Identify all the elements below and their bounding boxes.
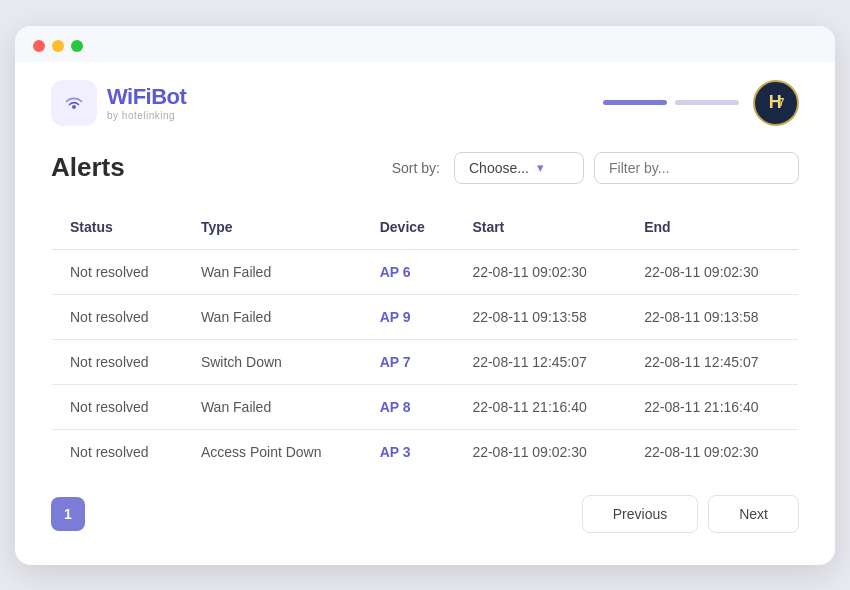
logo-icon bbox=[51, 80, 97, 126]
page-number-1[interactable]: 1 bbox=[51, 497, 85, 531]
cell-start: 22-08-11 09:02:30 bbox=[454, 249, 626, 294]
minimize-dot[interactable] bbox=[52, 40, 64, 52]
cell-end: 22-08-11 09:13:58 bbox=[626, 294, 798, 339]
cell-device[interactable]: AP 3 bbox=[362, 429, 455, 474]
next-button[interactable]: Next bbox=[708, 495, 799, 533]
sort-select[interactable]: Choose... ▾ bbox=[454, 152, 584, 184]
cell-status: Not resolved bbox=[52, 339, 183, 384]
logo-area: WiFiBot by hotelinking bbox=[51, 80, 186, 126]
cell-start: 22-08-11 12:45:07 bbox=[454, 339, 626, 384]
col-type: Type bbox=[183, 204, 362, 249]
cell-type: Wan Failed bbox=[183, 384, 362, 429]
table-header-row: Status Type Device Start End bbox=[52, 204, 799, 249]
table-row: Not resolved Wan Failed AP 8 22-08-11 21… bbox=[52, 384, 799, 429]
pagination-row: 1 Previous Next bbox=[51, 495, 799, 533]
cell-device[interactable]: AP 9 bbox=[362, 294, 455, 339]
maximize-dot[interactable] bbox=[71, 40, 83, 52]
app-window: WiFiBot by hotelinking H 7 Alerts Sort b… bbox=[15, 26, 835, 565]
content: Alerts Sort by: Choose... ▾ Status Type … bbox=[15, 136, 835, 533]
logo-name: WiFiBot bbox=[107, 84, 186, 110]
page-title-row: Alerts Sort by: Choose... ▾ bbox=[51, 152, 799, 184]
sort-select-value: Choose... bbox=[469, 160, 529, 176]
pagination-buttons: Previous Next bbox=[582, 495, 799, 533]
filter-input[interactable] bbox=[594, 152, 799, 184]
sort-label: Sort by: bbox=[392, 160, 440, 176]
cell-device[interactable]: AP 6 bbox=[362, 249, 455, 294]
logo-sub: by hotelinking bbox=[107, 110, 186, 121]
cell-type: Switch Down bbox=[183, 339, 362, 384]
page-title: Alerts bbox=[51, 152, 125, 183]
table-row: Not resolved Wan Failed AP 9 22-08-11 09… bbox=[52, 294, 799, 339]
avatar-subtitle: 7 bbox=[779, 97, 784, 108]
table-row: Not resolved Wan Failed AP 6 22-08-11 09… bbox=[52, 249, 799, 294]
previous-button[interactable]: Previous bbox=[582, 495, 698, 533]
cell-end: 22-08-11 12:45:07 bbox=[626, 339, 798, 384]
cell-status: Not resolved bbox=[52, 429, 183, 474]
col-device: Device bbox=[362, 204, 455, 249]
table-row: Not resolved Access Point Down AP 3 22-0… bbox=[52, 429, 799, 474]
cell-start: 22-08-11 21:16:40 bbox=[454, 384, 626, 429]
chevron-down-icon: ▾ bbox=[537, 160, 544, 175]
col-end: End bbox=[626, 204, 798, 249]
cell-status: Not resolved bbox=[52, 294, 183, 339]
cell-status: Not resolved bbox=[52, 249, 183, 294]
cell-end: 22-08-11 21:16:40 bbox=[626, 384, 798, 429]
cell-type: Wan Failed bbox=[183, 249, 362, 294]
cell-end: 22-08-11 09:02:30 bbox=[626, 429, 798, 474]
sort-filter-row: Sort by: Choose... ▾ bbox=[392, 152, 799, 184]
cell-device[interactable]: AP 8 bbox=[362, 384, 455, 429]
cell-type: Wan Failed bbox=[183, 294, 362, 339]
table-body: Not resolved Wan Failed AP 6 22-08-11 09… bbox=[52, 249, 799, 474]
progress-bar-active bbox=[603, 100, 667, 105]
col-status: Status bbox=[52, 204, 183, 249]
cell-start: 22-08-11 09:02:30 bbox=[454, 429, 626, 474]
logo-text: WiFiBot by hotelinking bbox=[107, 84, 186, 121]
cell-end: 22-08-11 09:02:30 bbox=[626, 249, 798, 294]
alerts-table: Status Type Device Start End Not resolve… bbox=[51, 204, 799, 475]
cell-device[interactable]: AP 7 bbox=[362, 339, 455, 384]
titlebar bbox=[15, 26, 835, 62]
progress-bar-inactive bbox=[675, 100, 739, 105]
close-dot[interactable] bbox=[33, 40, 45, 52]
avatar: H 7 bbox=[753, 80, 799, 126]
cell-start: 22-08-11 09:13:58 bbox=[454, 294, 626, 339]
col-start: Start bbox=[454, 204, 626, 249]
cell-type: Access Point Down bbox=[183, 429, 362, 474]
header-right: H 7 bbox=[603, 80, 799, 126]
cell-status: Not resolved bbox=[52, 384, 183, 429]
header: WiFiBot by hotelinking H 7 bbox=[15, 62, 835, 136]
table-row: Not resolved Switch Down AP 7 22-08-11 1… bbox=[52, 339, 799, 384]
table-header: Status Type Device Start End bbox=[52, 204, 799, 249]
progress-bars bbox=[603, 100, 739, 105]
